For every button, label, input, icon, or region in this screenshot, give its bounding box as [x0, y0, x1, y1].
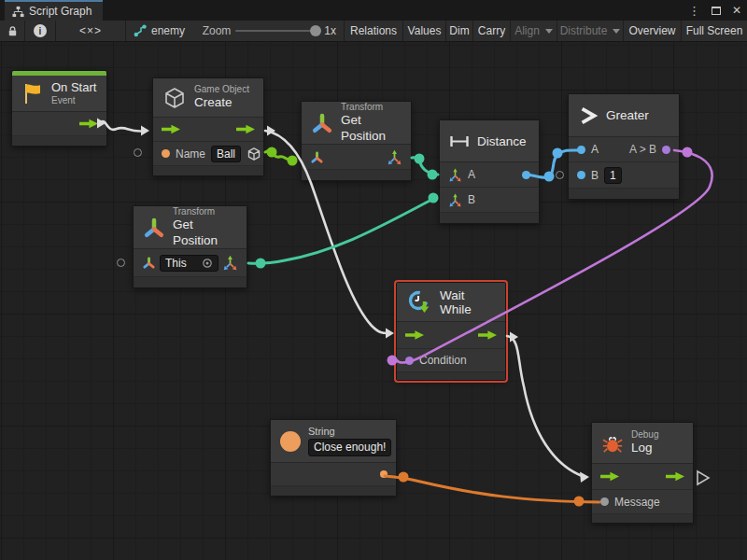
number-output-port[interactable] — [522, 171, 530, 179]
zoom-value: 1x — [324, 24, 336, 37]
port-label: Name — [176, 147, 205, 161]
toolbar-button-dim[interactable]: Dim — [446, 21, 473, 41]
node-footer — [271, 486, 396, 496]
flow-output-port[interactable] — [666, 471, 684, 482]
flow-input-port[interactable] — [600, 471, 619, 482]
window-maximize-icon[interactable] — [712, 7, 721, 15]
flow-output-port[interactable] — [79, 119, 98, 129]
transform-icon — [311, 112, 333, 134]
node-footer — [302, 170, 411, 180]
inspect-button[interactable]: i — [25, 21, 56, 41]
input-b-row: B — [440, 188, 539, 213]
node-greater[interactable]: Greater A A > B B 1 — [568, 93, 680, 200]
zoom-slider-handle[interactable] — [310, 25, 321, 36]
string-icon — [280, 431, 301, 452]
toolbar-button-overview[interactable]: Overview — [624, 21, 682, 41]
unconnected-port-ring-this[interactable] — [117, 259, 125, 267]
info-icon: i — [34, 24, 47, 37]
toolbar-button-distribute[interactable]: Distribute — [557, 21, 624, 41]
unconnected-port-ring-greater-b[interactable] — [556, 171, 564, 179]
node-footer — [134, 277, 247, 287]
button-label: Distribute — [560, 24, 608, 37]
node-get-position-this[interactable]: Transform Get Position This — [133, 205, 247, 288]
message-row: Message — [592, 490, 693, 514]
button-label: Dim — [449, 24, 469, 37]
node-category: Transform — [173, 206, 237, 217]
target-value-field[interactable]: This — [160, 255, 218, 272]
node-debug-log[interactable]: Debug Log Message — [591, 422, 694, 524]
node-category: Debug — [631, 429, 658, 441]
window-menu-icon[interactable]: ⋮ — [688, 4, 700, 18]
flow-input-port[interactable] — [162, 124, 180, 134]
window-close-icon[interactable]: ✕ — [732, 4, 741, 17]
node-title: Distance — [477, 134, 527, 148]
vector3-input-port-a[interactable] — [448, 168, 462, 182]
code-preview-button[interactable]: <×> — [56, 21, 126, 41]
node-header: String Close enough! — [271, 420, 396, 463]
toolbar-button-relations[interactable]: Relations — [345, 21, 403, 41]
button-label: Carry — [478, 24, 505, 37]
target-value: This — [165, 257, 187, 270]
transform-input-port[interactable] — [310, 150, 324, 164]
lock-button[interactable] — [0, 21, 25, 41]
string-input-port[interactable] — [162, 149, 170, 158]
number-input-port-b[interactable] — [577, 171, 585, 179]
vector3-output-port[interactable] — [222, 255, 238, 271]
flow-output-port[interactable] — [236, 124, 255, 134]
node-on-start-event[interactable]: On Start Event — [11, 70, 107, 147]
tab-script-graph[interactable]: Script Graph — [5, 0, 103, 21]
node-string-literal[interactable]: String Close enough! — [270, 419, 397, 497]
b-value-field[interactable]: 1 — [604, 167, 622, 184]
flow-row — [592, 464, 693, 490]
bool-output-port[interactable] — [662, 146, 670, 154]
target-icon — [202, 258, 213, 269]
node-title: String — [308, 426, 391, 438]
code-icon: <×> — [79, 24, 102, 37]
string-value-field[interactable]: Close enough! — [308, 439, 391, 455]
vector3-input-port-b[interactable] — [448, 193, 462, 207]
port-label: B — [468, 193, 475, 206]
flow-input-port[interactable] — [405, 330, 424, 341]
node-footer — [397, 372, 505, 380]
node-footer — [569, 189, 679, 199]
gameobject-output-port[interactable] — [247, 147, 261, 161]
output-label: A > B — [629, 143, 656, 156]
button-label: Full Screen — [686, 24, 743, 37]
unconnected-port-ring-create-name[interactable] — [134, 148, 142, 157]
name-value-field[interactable]: Ball — [211, 146, 241, 162]
node-distance[interactable]: Distance A B — [439, 119, 540, 224]
input-a-row: A A > B — [569, 137, 679, 162]
number-input-port-a[interactable] — [577, 146, 585, 154]
toolbar-button-align[interactable]: Align — [511, 21, 557, 41]
port-label: B — [591, 169, 599, 182]
node-header: Game Object Create — [153, 78, 263, 118]
flow-output-port[interactable] — [478, 330, 497, 341]
toolbar-button-fullscreen[interactable]: Full Screen — [682, 21, 747, 41]
bug-icon — [601, 432, 624, 455]
bool-input-port[interactable] — [405, 357, 414, 365]
node-header: Greater — [569, 94, 679, 137]
port-label: Condition — [419, 354, 467, 367]
vector3-output-port[interactable] — [387, 149, 402, 165]
node-header: Transform Get Position — [302, 102, 411, 145]
cube-icon — [162, 86, 187, 110]
node-footer — [153, 166, 263, 175]
port-label: Message — [614, 496, 660, 509]
toolbar-button-values[interactable]: Values — [403, 21, 446, 41]
graph-zoom-cell: enemy Zoom 1x — [126, 21, 345, 41]
node-category: Game Object — [194, 84, 249, 95]
hierarchy-icon — [12, 6, 24, 18]
toolbar-button-carry[interactable]: Carry — [473, 21, 511, 41]
message-input-port[interactable] — [600, 497, 609, 506]
node-wait-while[interactable]: Wait While Condition — [396, 282, 506, 381]
lock-icon — [7, 25, 19, 37]
ports-row — [302, 145, 411, 170]
node-game-object-create[interactable]: Game Object Create Name Ball — [152, 77, 264, 176]
node-get-position-ball[interactable]: Transform Get Position — [301, 101, 412, 181]
string-output-port[interactable] — [380, 470, 388, 478]
tab-title: Script Graph — [29, 5, 92, 18]
transform-input-port[interactable] — [142, 256, 156, 270]
event-highlight-bar — [12, 71, 106, 76]
node-title: Log — [631, 441, 658, 455]
zoom-slider[interactable] — [235, 30, 319, 32]
